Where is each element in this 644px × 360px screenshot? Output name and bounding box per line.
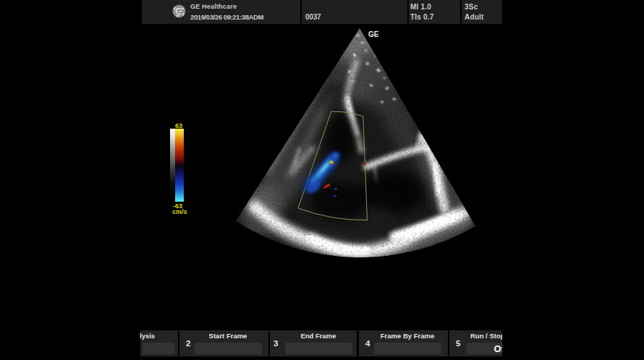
svg-text:GE: GE [368, 30, 379, 38]
